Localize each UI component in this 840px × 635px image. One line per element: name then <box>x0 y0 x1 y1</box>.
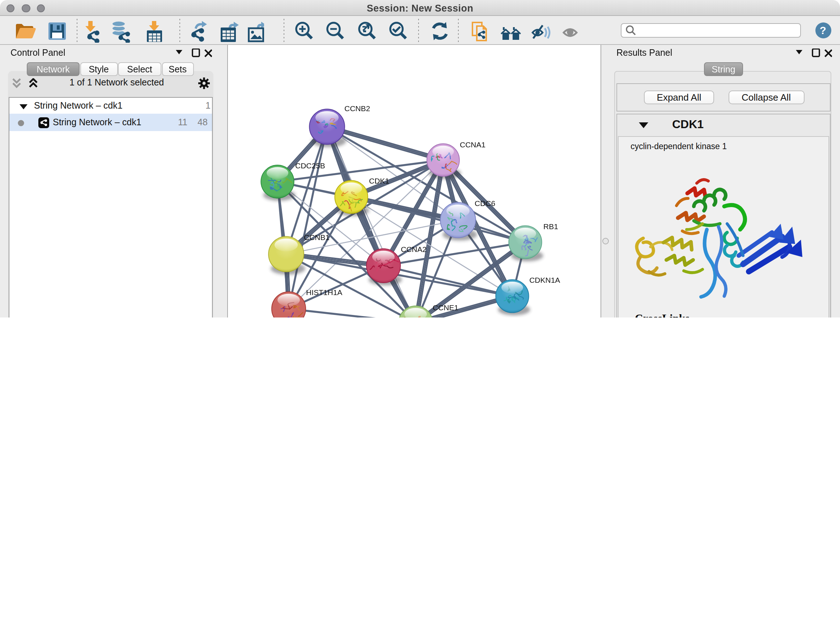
svg-text:CCNA1: CCNA1 <box>460 141 485 149</box>
svg-text:CCNE1: CCNE1 <box>433 303 458 312</box>
svg-text:CDK1: CDK1 <box>369 177 389 185</box>
svg-text:HIST1H1A: HIST1H1A <box>306 288 342 296</box>
svg-text:CCNB2: CCNB2 <box>344 104 370 112</box>
svg-text:CDC25B: CDC25B <box>295 162 325 170</box>
svg-text:CDC6: CDC6 <box>475 199 495 207</box>
svg-text:RB1: RB1 <box>543 222 558 231</box>
svg-text:CDKN1A: CDKN1A <box>529 276 560 284</box>
svg-text:CCNB1: CCNB1 <box>304 233 330 241</box>
svg-text:CCNA2: CCNA2 <box>401 245 426 253</box>
